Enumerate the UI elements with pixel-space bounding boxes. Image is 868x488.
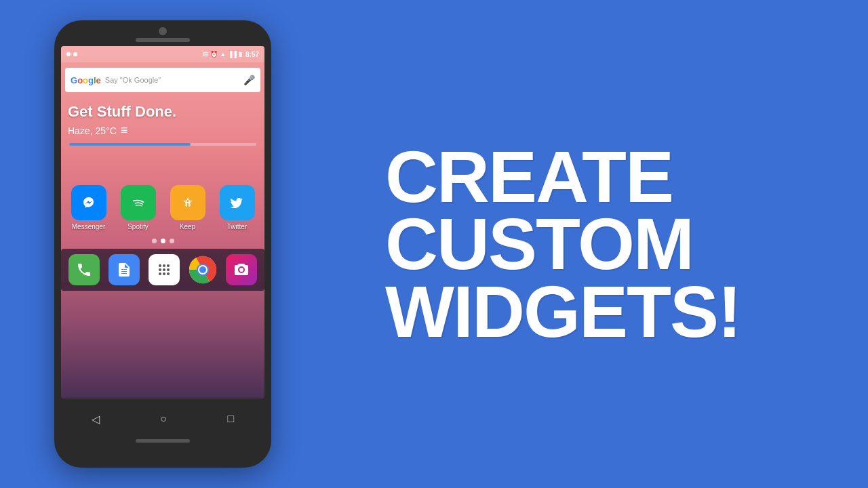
status-dot-1 bbox=[66, 52, 71, 56]
keep-label: Keep bbox=[180, 223, 195, 230]
title-line2: CUSTOM bbox=[385, 210, 741, 277]
svg-point-6 bbox=[163, 264, 165, 267]
google-o2: o bbox=[83, 75, 88, 85]
svg-point-11 bbox=[159, 272, 161, 275]
app-item-spotify[interactable]: Spotify bbox=[121, 185, 156, 230]
title-line3: WIDGETS! bbox=[385, 278, 741, 345]
title-section: CREATE CUSTOM WIDGETS! bbox=[298, 143, 868, 345]
google-e: e bbox=[96, 75, 101, 85]
status-dot-2 bbox=[73, 52, 77, 56]
search-hint: Say "Ok Google" bbox=[105, 76, 239, 84]
phone-bottom-speaker bbox=[136, 439, 190, 443]
svg-point-5 bbox=[159, 264, 161, 267]
messenger-icon bbox=[71, 185, 106, 220]
svg-point-10 bbox=[167, 268, 170, 271]
phone-body: ⊟ ⏰ ▲ ▐▐ ▮ 8:57 Google Say "Ok Google" 🎤… bbox=[54, 20, 271, 468]
google-search-bar[interactable]: Google Say "Ok Google" 🎤 bbox=[65, 68, 260, 92]
widget-area: Get Stuff Done. Haze, 25°C ≡ bbox=[61, 98, 264, 151]
phone-speaker bbox=[136, 38, 190, 42]
dock-docs-icon[interactable] bbox=[108, 254, 140, 285]
mic-icon: 🎤 bbox=[243, 75, 255, 85]
cast-icon: ⊟ bbox=[203, 51, 208, 58]
dock-chrome-icon[interactable] bbox=[189, 256, 217, 284]
dot-3 bbox=[170, 239, 174, 243]
dock-camera-icon[interactable] bbox=[226, 254, 257, 285]
google-g2: g bbox=[88, 75, 94, 85]
svg-point-7 bbox=[167, 264, 170, 267]
svg-point-17 bbox=[199, 266, 206, 273]
app-item-twitter[interactable]: Twitter bbox=[220, 185, 255, 230]
svg-point-13 bbox=[167, 272, 170, 275]
back-button[interactable]: ◁ bbox=[92, 413, 100, 426]
svg-point-8 bbox=[159, 268, 161, 271]
status-right-icons: ⊟ ⏰ ▲ ▐▐ ▮ 8:57 bbox=[203, 51, 259, 58]
widget-title: Get Stuff Done. bbox=[68, 103, 258, 121]
google-g: G bbox=[71, 75, 77, 85]
weather-text: Haze, 25°C bbox=[68, 125, 117, 136]
dot-1 bbox=[152, 239, 157, 243]
wifi-icon: ▲ bbox=[220, 51, 226, 58]
twitter-label: Twitter bbox=[227, 223, 247, 230]
dock-launcher-icon[interactable] bbox=[149, 254, 180, 285]
title-line1: CREATE bbox=[385, 143, 741, 210]
recent-button[interactable]: □ bbox=[228, 413, 235, 425]
dock-phone-icon[interactable] bbox=[68, 254, 100, 285]
app-icons-row: Messenger Spotify bbox=[61, 151, 264, 230]
widget-progress-fill bbox=[69, 143, 191, 146]
svg-point-9 bbox=[163, 268, 165, 271]
status-bar: ⊟ ⏰ ▲ ▐▐ ▮ 8:57 bbox=[61, 46, 264, 62]
phone-screen: ⊟ ⏰ ▲ ▐▐ ▮ 8:57 Google Say "Ok Google" 🎤… bbox=[61, 46, 264, 399]
twitter-icon bbox=[220, 185, 255, 220]
app-item-messenger[interactable]: Messenger bbox=[71, 185, 106, 230]
widget-progress-bar bbox=[69, 143, 256, 146]
spotify-icon bbox=[121, 185, 156, 220]
google-o: o bbox=[77, 75, 83, 85]
widget-weather: Haze, 25°C ≡ bbox=[68, 123, 258, 138]
google-logo: Google bbox=[71, 75, 101, 85]
app-item-keep[interactable]: Keep bbox=[170, 185, 205, 230]
messenger-label: Messenger bbox=[72, 223, 105, 230]
phone-top-bar bbox=[61, 27, 264, 42]
app-dock bbox=[61, 249, 264, 291]
phone-bottom-bar bbox=[61, 439, 264, 443]
time-display: 8:57 bbox=[245, 51, 259, 58]
phone-camera bbox=[159, 27, 167, 35]
keep-icon bbox=[170, 185, 205, 220]
svg-point-0 bbox=[81, 195, 97, 211]
dot-2 bbox=[161, 239, 165, 243]
main-title: CREATE CUSTOM WIDGETS! bbox=[385, 143, 741, 345]
spotify-label: Spotify bbox=[127, 223, 149, 230]
phone-mockup: ⊟ ⏰ ▲ ▐▐ ▮ 8:57 Google Say "Ok Google" 🎤… bbox=[54, 20, 271, 468]
home-button[interactable]: ○ bbox=[160, 413, 167, 425]
signal-icon: ▐▐ bbox=[228, 51, 237, 58]
alarm-icon: ⏰ bbox=[210, 51, 218, 58]
page-dots bbox=[61, 239, 264, 243]
weather-icon: ≡ bbox=[121, 123, 128, 138]
battery-icon: ▮ bbox=[239, 51, 242, 58]
status-left-icons bbox=[66, 52, 77, 56]
svg-point-12 bbox=[163, 272, 165, 275]
nav-bar: ◁ ○ □ bbox=[61, 403, 264, 435]
